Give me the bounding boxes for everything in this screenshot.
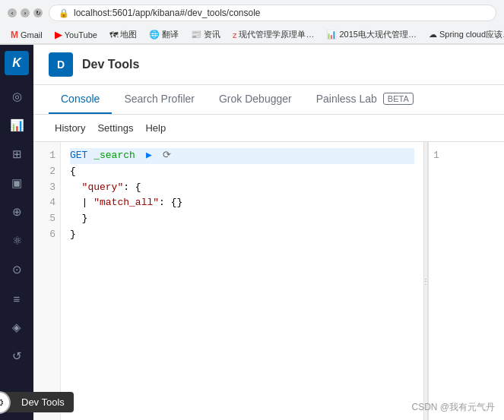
maps-label: 地图 (120, 29, 137, 40)
sidebar-icon-dashboard[interactable]: ⊞ (3, 141, 30, 168)
code-editor[interactable]: GET _search ▶ ⟳ { "query": { | "match_al (61, 142, 423, 420)
browser-toolbar: ‹ › ↻ 🔒 localhost:5601/app/kibana#/dev_t… (0, 0, 504, 26)
tab-console[interactable]: Console (49, 85, 112, 114)
bookmark-maps[interactable]: 🗺 地图 (106, 27, 140, 42)
menu-settings-label: Settings (97, 122, 133, 134)
refresh-button[interactable]: ↻ (33, 8, 43, 17)
bookmark-news[interactable]: 📰 资讯 (188, 27, 223, 42)
news-icon: 📰 (191, 30, 201, 39)
youtube-label: YouTube (65, 30, 97, 39)
code-line-5: } (70, 211, 414, 227)
tab-search-profiler-label: Search Profiler (124, 93, 195, 105)
app-icon-label: D (57, 58, 65, 71)
sidebar-icon-visualize[interactable]: 📊 (3, 112, 30, 139)
tab-grok-debugger-label: Grok Debugger (219, 93, 292, 105)
code-line-2: { (70, 164, 414, 180)
line-num-5: 5 (38, 211, 55, 227)
translate-icon: 🌐 (149, 30, 160, 39)
copy-icon[interactable]: ⟳ (160, 148, 175, 163)
beta-badge: BETA (383, 93, 414, 105)
sidebar-icon-logs[interactable]: ≡ (3, 285, 30, 312)
tab-console-label: Console (61, 93, 100, 105)
line-numbers: 1 2 3 4 5 6 (33, 142, 61, 420)
sidebar-icon-maps[interactable]: ⊕ (3, 198, 30, 226)
spring-label: Spring cloud应该… (439, 29, 504, 40)
spring-icon: ☁ (429, 30, 437, 39)
menu-history-label: History (55, 122, 85, 134)
bookmark-spring[interactable]: ☁ Spring cloud应该… (426, 27, 504, 42)
sidebar-icon-discover[interactable]: ◎ (3, 83, 30, 110)
menu-bar: History Settings Help (33, 115, 504, 142)
dev-tools-tooltip: ⚙ Dev Tools (0, 392, 74, 412)
maps-bookmark-icon: 🗺 (109, 30, 118, 39)
kibana-logo-text: K (12, 56, 21, 70)
code-text-1: GET _search (70, 148, 135, 164)
apm-icon: ◈ (12, 321, 21, 334)
code-line-6: } (70, 227, 414, 243)
tab-painless-lab[interactable]: Painless Lab BETA (304, 85, 426, 114)
line-num-2: 2 (38, 164, 55, 180)
watermark-text: CSDN @我有元气丹 (411, 402, 495, 412)
maps-icon: ⊕ (12, 205, 22, 219)
dashboard-icon: ⊞ (12, 147, 22, 161)
gmail-label: Gmail (21, 30, 43, 39)
keyword-search: _search (94, 150, 135, 161)
right-pane-line-number: 1 (429, 142, 504, 170)
kibana-logo[interactable]: K (5, 51, 29, 75)
right-pane: 1 (428, 142, 504, 420)
bookmark-gmail[interactable]: M Gmail (8, 28, 46, 42)
tabs-bar: Console Search Profiler Grok Debugger Pa… (33, 85, 504, 115)
sidebar-icon-ml[interactable]: ⚛ (3, 227, 30, 254)
editor-area: 1 2 3 4 5 6 GET _search ▶ ⟳ (33, 142, 504, 420)
2015-label: 2015电大现代管理… (339, 29, 416, 40)
code-line-1: GET _search ▶ ⟳ (70, 148, 414, 164)
menu-help-label: Help (145, 122, 166, 134)
tab-search-profiler[interactable]: Search Profiler (112, 85, 207, 114)
infrastructure-icon: ⊙ (12, 263, 22, 276)
news-label: 资讯 (204, 29, 220, 40)
code-line-4: | "match_all": {} (70, 195, 414, 211)
address-bar[interactable]: 🔒 localhost:5601/app/kibana#/dev_tools/c… (49, 5, 496, 21)
app-icon: D (49, 52, 73, 77)
code-text-2: { (70, 164, 76, 180)
lock-icon: 🔒 (59, 8, 69, 18)
line-num-1: 1 (38, 148, 55, 164)
translate-label: 翻译 (162, 29, 179, 40)
menu-history[interactable]: History (49, 119, 91, 137)
top-bar: D Dev Tools (33, 45, 504, 85)
sidebar-icon-uptime[interactable]: ↺ (3, 343, 30, 370)
tab-painless-lab-label: Painless Lab (316, 93, 377, 105)
main-content: D Dev Tools Console Search Profiler Grok… (33, 45, 504, 420)
bookmark-mgmt[interactable]: z 现代管理学原理单… (230, 27, 318, 42)
ml-icon: ⚛ (12, 234, 22, 248)
bookmark-2015[interactable]: 📊 2015电大现代管理… (323, 27, 419, 42)
url-text: localhost:5601/app/kibana#/dev_tools/con… (74, 8, 261, 18)
line-num-3: 3 (38, 180, 55, 196)
bookmarks-bar: M Gmail ▶ YouTube 🗺 地图 🌐 翻译 📰 资讯 z 现代管理学… (0, 26, 504, 44)
action-icons: ▶ ⟳ (141, 148, 175, 163)
run-icon[interactable]: ▶ (141, 148, 157, 163)
sidebar-icon-infra[interactable]: ⊙ (3, 256, 30, 283)
back-button[interactable]: ‹ (8, 8, 17, 17)
bookmark-youtube[interactable]: ▶ YouTube (52, 27, 100, 42)
code-line-3: "query": { (70, 180, 414, 196)
kibana-sidebar: K ◎ 📊 ⊞ ▣ ⊕ ⚛ ⊙ ≡ ◈ ↺ (0, 45, 33, 420)
uptime-icon: ↺ (12, 349, 22, 363)
app-container: K ◎ 📊 ⊞ ▣ ⊕ ⚛ ⊙ ≡ ◈ ↺ (0, 45, 504, 420)
tooltip-label: Dev Tools (21, 396, 65, 408)
menu-help[interactable]: Help (139, 119, 172, 137)
sidebar-icon-apm[interactable]: ◈ (3, 314, 30, 341)
youtube-icon: ▶ (55, 29, 62, 40)
right-line-1: 1 (433, 150, 439, 161)
bookmark-translate[interactable]: 🌐 翻译 (146, 27, 182, 42)
menu-settings[interactable]: Settings (91, 119, 139, 137)
tab-grok-debugger[interactable]: Grok Debugger (207, 85, 304, 114)
sidebar-icon-canvas[interactable]: ▣ (3, 169, 30, 197)
code-text-3: "query": { (70, 180, 141, 196)
line-num-4: 4 (38, 195, 55, 211)
line-num-6: 6 (38, 227, 55, 243)
forward-button[interactable]: › (21, 8, 30, 17)
browser-chrome: ‹ › ↻ 🔒 localhost:5601/app/kibana#/dev_t… (0, 0, 504, 45)
logs-icon: ≡ (14, 292, 21, 305)
mgmt-icon: z (233, 30, 237, 39)
